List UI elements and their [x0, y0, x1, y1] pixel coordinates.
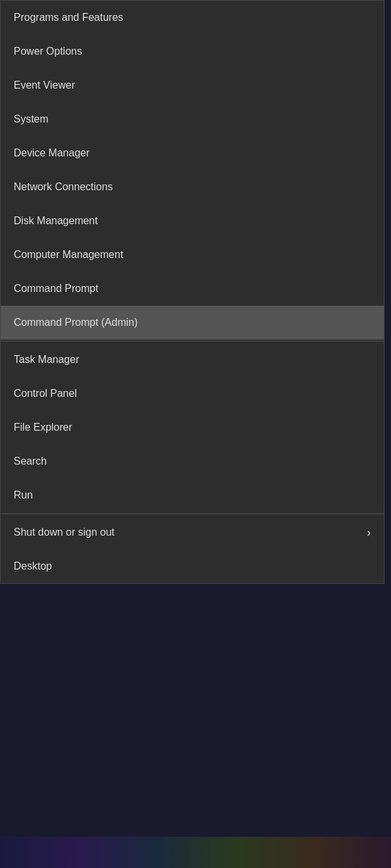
menu-item-file-explorer[interactable]: File Explorer — [1, 411, 384, 444]
menu-item-device-manager[interactable]: Device Manager — [1, 136, 384, 170]
menu-separator — [1, 514, 384, 514]
menu-item-label: Network Connections — [14, 181, 371, 193]
menu-item-command-prompt-admin[interactable]: Command Prompt (Admin) — [1, 306, 384, 340]
menu-item-computer-management[interactable]: Computer Management — [1, 238, 384, 272]
menu-item-label: Run — [14, 489, 371, 501]
menu-item-run[interactable]: Run — [1, 478, 384, 512]
menu-item-command-prompt[interactable]: Command Prompt — [1, 272, 384, 306]
menu-item-label: Task Manager — [14, 354, 371, 366]
menu-item-label: Command Prompt — [14, 283, 371, 295]
menu-item-label: Device Manager — [14, 147, 371, 159]
submenu-chevron-icon: › — [367, 526, 371, 540]
menu-item-label: File Explorer — [14, 422, 371, 433]
menu-item-power-options[interactable]: Power Options — [1, 35, 384, 68]
taskbar — [0, 837, 391, 868]
menu-item-label: Search — [14, 456, 371, 467]
context-menu: Programs and FeaturesPower OptionsEvent … — [0, 0, 384, 584]
menu-item-task-manager[interactable]: Task Manager — [1, 343, 384, 377]
menu-item-system[interactable]: System — [1, 102, 384, 136]
menu-item-search[interactable]: Search — [1, 444, 384, 478]
menu-separator — [1, 341, 384, 341]
menu-item-label: Command Prompt (Admin) — [14, 317, 371, 328]
menu-item-label: Event Viewer — [14, 80, 371, 91]
menu-item-label: Shut down or sign out — [14, 527, 362, 538]
menu-item-label: System — [14, 113, 371, 125]
menu-item-event-viewer[interactable]: Event Viewer — [1, 68, 384, 102]
menu-item-programs-features[interactable]: Programs and Features — [1, 1, 384, 35]
menu-item-label: Desktop — [14, 560, 371, 572]
menu-item-network-connections[interactable]: Network Connections — [1, 170, 384, 204]
menu-item-control-panel[interactable]: Control Panel — [1, 377, 384, 411]
menu-item-label: Computer Management — [14, 249, 371, 261]
menu-item-shut-down-sign-out[interactable]: Shut down or sign out› — [1, 515, 384, 549]
menu-item-label: Disk Management — [14, 215, 371, 227]
menu-item-label: Programs and Features — [14, 12, 371, 23]
menu-item-disk-management[interactable]: Disk Management — [1, 204, 384, 238]
menu-item-label: Control Panel — [14, 388, 371, 399]
menu-item-label: Power Options — [14, 46, 371, 57]
menu-item-desktop[interactable]: Desktop — [1, 549, 384, 583]
